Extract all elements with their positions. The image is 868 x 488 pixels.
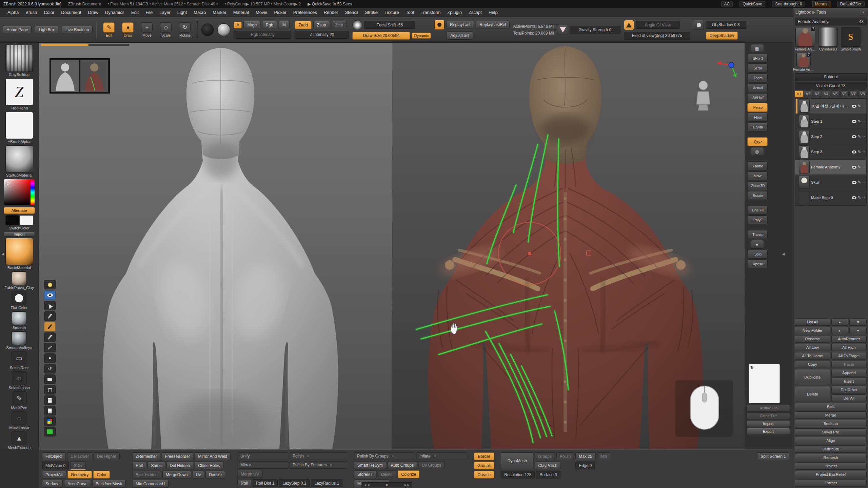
duplicate-button[interactable]: Duplicate (795, 369, 830, 385)
close-icon[interactable]: × (861, 9, 866, 15)
right-shelf-item[interactable]: ▦ (751, 44, 764, 53)
menu-item[interactable]: Marker (209, 9, 230, 16)
remesh-button[interactable]: Remesh (795, 454, 867, 461)
delmt-button[interactable]: DelMT (378, 470, 396, 478)
copy-button[interactable]: Copy (795, 361, 830, 368)
move-down-icon[interactable]: ▼ (849, 318, 867, 326)
max-angle-button[interactable]: Max 25 (575, 452, 595, 460)
dot-tool-icon[interactable] (44, 353, 56, 363)
secondary-color-swatch[interactable] (20, 215, 33, 225)
right-shelf-item[interactable]: Zoom (747, 74, 768, 82)
cursor-icon[interactable] (44, 301, 56, 310)
polish-by-groups-bar[interactable]: Polish By Groups (354, 452, 415, 460)
mode-button[interactable]: + Move (138, 22, 156, 37)
subtool-version-tab[interactable]: V8 (858, 90, 867, 97)
extract-button[interactable]: Extract (795, 479, 867, 487)
del-other-button[interactable]: Del Other (831, 386, 867, 393)
sdiv-slider[interactable]: SDiv (70, 462, 85, 469)
menu-item[interactable]: Light (174, 9, 190, 16)
brush-meshextrude-thumbnail[interactable]: ▲ (12, 431, 26, 445)
alternate-button[interactable]: Alternate (4, 207, 35, 214)
replay-last-button[interactable]: ReplayLast (446, 21, 474, 29)
clone-texture-button[interactable]: Clone Txtr (747, 412, 790, 419)
persp-shelf-icon[interactable] (624, 20, 634, 30)
surface-button[interactable]: Surface (42, 480, 63, 488)
right-shelf-item[interactable]: PolyF (747, 216, 768, 224)
right-shelf-item[interactable]: L.Sym (747, 123, 768, 131)
right-shelf-item[interactable]: Floor (747, 113, 768, 122)
fillobject-button[interactable]: FillObject (42, 452, 66, 460)
subtool-version-tab[interactable]: V3 (813, 90, 822, 97)
main-color-swatch[interactable] (5, 215, 19, 225)
border-button[interactable]: Border (474, 452, 494, 460)
canvas-viewport[interactable]: ↺ (39, 43, 745, 449)
lazystep-slider[interactable]: LazyStep 0.1 (279, 479, 310, 487)
menu-item[interactable]: Layer (156, 9, 174, 16)
saturation-value-area[interactable] (4, 179, 31, 205)
distribute-button[interactable]: Distribute (795, 445, 867, 453)
bevel-pro-button[interactable]: Bevel Pro (795, 428, 867, 436)
tool-item[interactable]: S SimpleBrush (840, 27, 861, 51)
rename-button[interactable]: Rename (795, 335, 830, 343)
storemt-button[interactable]: StoreMT (354, 470, 376, 478)
project-basrelief-button[interactable]: Project BasRelief (795, 471, 867, 478)
see-through-slider[interactable]: See-through: 0 (772, 1, 805, 7)
material-flatcolor-thumbnail[interactable] (12, 291, 26, 305)
axis-gizmo[interactable] (712, 58, 739, 80)
subtool-version-tab[interactable]: V7 (849, 90, 858, 97)
right-shelf-item[interactable]: SPix 3 (747, 54, 768, 63)
merge-button[interactable]: Merge (795, 411, 867, 419)
del-lower-button[interactable]: Del Lower (67, 452, 92, 460)
brush-selectlasso-thumbnail[interactable]: ◌ (12, 371, 27, 385)
fold-collapse-icon[interactable]: ▸ (831, 327, 849, 334)
green-swatch-icon[interactable] (44, 427, 56, 436)
menu-item[interactable]: Movie (252, 9, 271, 16)
right-shelf-item[interactable]: Xpose (747, 260, 768, 268)
deepshadow-button[interactable]: DeepShadow (706, 32, 738, 40)
right-shelf-item[interactable]: Line Fill (747, 206, 768, 215)
draw-size-slider[interactable]: Draw Size 20.00594 (352, 32, 410, 40)
gravity-strength-slider[interactable]: Gravity Strength 0 (570, 26, 620, 34)
visibility-eye-icon[interactable] (852, 135, 856, 138)
right-shelf-item[interactable]: Qxyz (747, 137, 768, 146)
groups-button[interactable]: Groups (474, 462, 494, 469)
del-all-button[interactable]: Del All (831, 394, 867, 402)
menu-item[interactable]: Transform (417, 9, 444, 16)
subtool-mini-icons[interactable]: ▫▫ (863, 135, 865, 138)
pencil-icon[interactable] (44, 332, 56, 342)
menu-item[interactable]: Alpha (4, 9, 22, 16)
menu-item[interactable]: Color (40, 9, 58, 16)
polypaint-brush-icon[interactable]: ✎ (858, 104, 861, 108)
menu-item[interactable]: Stencil (341, 9, 361, 16)
split-screen-button[interactable]: Split Screen 1 (757, 452, 789, 460)
delete-button[interactable]: Delete (795, 386, 830, 402)
subtool-row[interactable]: Skull ✎ ▫▫ (795, 175, 866, 190)
boolean-button[interactable]: Boolean (795, 420, 867, 427)
midvalue-slider[interactable]: MidValue 0 (42, 462, 69, 469)
lightbulb-icon[interactable] (44, 280, 56, 289)
polish-mode-dot[interactable] (307, 455, 309, 458)
angle-of-view-label[interactable]: Angle Of View (636, 21, 680, 29)
menu-item[interactable]: Texture (381, 9, 402, 16)
pen-icon[interactable] (44, 311, 56, 321)
z-intensity-slider[interactable]: Z Intensity 20 (295, 31, 349, 39)
insert-button[interactable]: Insert (831, 378, 867, 385)
menu-item[interactable]: Render (320, 9, 342, 16)
menu-item[interactable]: Document (58, 9, 84, 16)
ac-button[interactable]: AC (721, 1, 733, 7)
menu-item[interactable]: Picker (271, 9, 290, 16)
accucurve-button[interactable]: AccuCurve (64, 480, 91, 488)
rgb-intensity-slider[interactable]: Rgb Intensity (234, 31, 291, 39)
dynamesh-button[interactable]: DynaMesh (501, 452, 533, 469)
menu-item[interactable]: Tool (402, 9, 417, 16)
align-button[interactable]: Align (795, 437, 867, 444)
zsub-button[interactable]: Zsub (313, 21, 330, 29)
visibility-eye-icon[interactable] (852, 196, 856, 199)
surface-slider[interactable]: Surface 0 (536, 471, 560, 479)
current-tool-bar[interactable]: Female Anatomy. 48 (795, 18, 867, 25)
visibility-eye-icon[interactable] (852, 181, 856, 184)
right-shelf-item[interactable]: Move (747, 171, 768, 180)
a-badge[interactable]: A (234, 22, 242, 28)
current-texture-thumbnail[interactable] (5, 145, 33, 172)
visibility-eye-icon[interactable] (852, 166, 856, 169)
